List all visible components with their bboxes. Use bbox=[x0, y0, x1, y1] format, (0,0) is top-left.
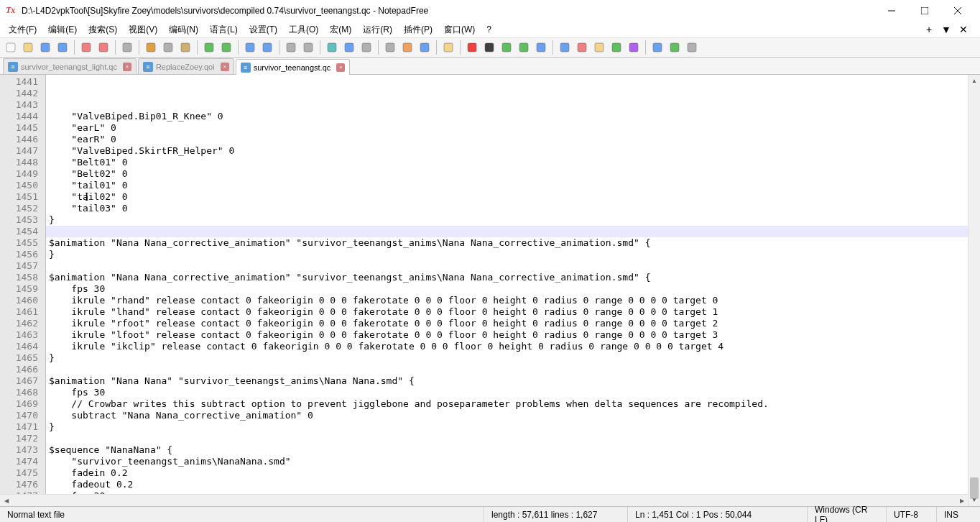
paste-button[interactable] bbox=[177, 40, 193, 55]
code-line[interactable]: "earL" 0 bbox=[46, 122, 968, 134]
maximize-button[interactable] bbox=[908, 0, 941, 22]
code-line[interactable] bbox=[46, 433, 968, 444]
monitor-button[interactable] bbox=[417, 40, 433, 55]
code-line[interactable]: "survivor_teenangst_anims\NanaNana.smd" bbox=[46, 456, 968, 467]
play-fast-button[interactable] bbox=[516, 40, 532, 55]
menu-item[interactable]: 窗口(W) bbox=[438, 23, 481, 36]
replace-button[interactable] bbox=[259, 40, 275, 55]
code-line[interactable]: fps 30 bbox=[46, 283, 968, 295]
code-line[interactable]: } bbox=[46, 249, 968, 260]
code-line[interactable] bbox=[46, 226, 968, 237]
code-line[interactable]: fadeout 0.2 bbox=[46, 479, 968, 490]
save-macro-button[interactable] bbox=[533, 40, 549, 55]
code-line[interactable]: "tail02" 0 bbox=[46, 191, 968, 203]
close-all-button[interactable] bbox=[96, 40, 111, 55]
code-line[interactable] bbox=[46, 260, 968, 272]
code-line[interactable]: "ValveBiped.SkirtFR_Helper" 0 bbox=[46, 145, 968, 157]
close-button[interactable] bbox=[78, 40, 94, 55]
menu-item[interactable]: 语言(L) bbox=[204, 23, 244, 36]
find-button[interactable] bbox=[242, 40, 258, 55]
spell-button[interactable] bbox=[667, 40, 683, 55]
code-line[interactable]: } bbox=[46, 352, 968, 364]
code-line[interactable]: } bbox=[46, 214, 968, 226]
zoom-out-button[interactable] bbox=[300, 40, 316, 55]
stop-button[interactable] bbox=[481, 40, 497, 55]
code-line[interactable]: ikrule "rhand" release contact 0 fakeori… bbox=[46, 295, 968, 306]
code-line[interactable]: $sequence "NanaNana" { bbox=[46, 444, 968, 456]
lang-button[interactable] bbox=[399, 40, 415, 55]
code-line[interactable]: $animation "Nana Nana_corrective_animati… bbox=[46, 237, 968, 249]
tab-close-icon[interactable]: × bbox=[336, 63, 345, 72]
file-tab[interactable]: ≡survivor_teenangst.qc× bbox=[236, 59, 351, 75]
status-encoding[interactable]: UTF-8 bbox=[887, 507, 937, 522]
save-all-button[interactable] bbox=[55, 40, 70, 55]
undo-button[interactable] bbox=[201, 40, 217, 55]
copy-button[interactable] bbox=[160, 40, 176, 55]
menu-item[interactable]: 视图(V) bbox=[123, 23, 163, 36]
code-line[interactable]: "earR" 0 bbox=[46, 134, 968, 145]
sync-button[interactable] bbox=[324, 40, 340, 55]
scroll-right-arrow[interactable]: ▶ bbox=[956, 495, 968, 507]
menu-item[interactable]: 运行(R) bbox=[357, 23, 398, 36]
code-line[interactable]: subtract "Nana Nana_corrective_animation… bbox=[46, 410, 968, 421]
menu-item[interactable]: 文件(F) bbox=[3, 23, 42, 36]
menu-item[interactable]: 搜索(S) bbox=[83, 23, 123, 36]
func2-button[interactable] bbox=[626, 40, 642, 55]
menu-item[interactable]: 宏(M) bbox=[324, 23, 357, 36]
code-line[interactable]: ikrule "lhand" release contact 0 fakeori… bbox=[46, 306, 968, 318]
compare-button[interactable] bbox=[650, 40, 665, 55]
word-wrap-button[interactable] bbox=[341, 40, 357, 55]
menu-item[interactable]: 设置(T) bbox=[244, 23, 283, 36]
tab-dropdown-button[interactable]: ▼ bbox=[940, 23, 953, 36]
code-line[interactable]: fadein 0.2 bbox=[46, 467, 968, 479]
code-line[interactable]: $animation "Nana Nana" "survivor_teenang… bbox=[46, 375, 968, 387]
code-line[interactable]: "ValveBiped.Bip01_R_Knee" 0 bbox=[46, 111, 968, 122]
code-line[interactable] bbox=[46, 364, 968, 375]
scroll-down-arrow[interactable]: ▼ bbox=[969, 494, 980, 506]
indent-guide-button[interactable] bbox=[382, 40, 398, 55]
code-line[interactable]: // Crowbar writes this subtract option t… bbox=[46, 398, 968, 410]
zoom-in-button[interactable] bbox=[283, 40, 299, 55]
status-insert-mode[interactable]: INS bbox=[937, 507, 980, 522]
tab-close-icon[interactable]: × bbox=[221, 63, 229, 71]
open-file-button[interactable] bbox=[20, 40, 36, 55]
show-all-button[interactable] bbox=[359, 40, 374, 55]
code-line[interactable]: ikrule "ikclip" release contact 0 fakeor… bbox=[46, 341, 968, 352]
code-editor[interactable]: I "ValveBiped.Bip01_R_Knee" 0 "earL" 0 "… bbox=[46, 75, 968, 506]
status-eol[interactable]: Windows (CR LF) bbox=[808, 507, 887, 522]
tab-close-icon[interactable]: × bbox=[123, 63, 131, 71]
list2-button[interactable] bbox=[574, 40, 590, 55]
save-button[interactable] bbox=[37, 40, 53, 55]
func1-button[interactable] bbox=[609, 40, 624, 55]
close-button[interactable] bbox=[941, 0, 974, 22]
new-file-button[interactable] bbox=[3, 40, 19, 55]
list3-button[interactable] bbox=[591, 40, 607, 55]
code-line[interactable]: "tail03" 0 bbox=[46, 203, 968, 214]
play-button[interactable] bbox=[499, 40, 514, 55]
code-line[interactable]: } bbox=[46, 421, 968, 433]
vertical-scrollbar[interactable]: ▲ ▼ bbox=[968, 75, 980, 506]
folder-button[interactable] bbox=[440, 40, 456, 55]
code-line[interactable]: "Belt02" 0 bbox=[46, 168, 968, 180]
scroll-up-arrow[interactable]: ▲ bbox=[969, 75, 980, 87]
list1-button[interactable] bbox=[557, 40, 573, 55]
cut-button[interactable] bbox=[143, 40, 159, 55]
code-line[interactable]: ikrule "lfoot" release contact 0 fakeori… bbox=[46, 329, 968, 341]
record-button[interactable] bbox=[464, 40, 480, 55]
add-tab-button[interactable]: + bbox=[923, 23, 935, 36]
menu-item[interactable]: 编辑(E) bbox=[42, 23, 83, 36]
redo-button[interactable] bbox=[218, 40, 234, 55]
menu-item[interactable]: 编码(N) bbox=[163, 23, 204, 36]
doclist-button[interactable] bbox=[684, 40, 700, 55]
scroll-left-arrow[interactable]: ◀ bbox=[0, 495, 12, 507]
close-tab-button[interactable]: ✕ bbox=[957, 23, 970, 36]
code-line[interactable]: ikrule "rfoot" release contact 0 fakeori… bbox=[46, 318, 968, 329]
code-line[interactable]: "Belt01" 0 bbox=[46, 157, 968, 168]
file-tab[interactable]: ≡survivor_teenangst_light.qc× bbox=[3, 58, 137, 74]
minimize-button[interactable] bbox=[875, 0, 908, 22]
file-tab[interactable]: ≡ReplaceZoey.qoi× bbox=[138, 58, 234, 74]
code-line[interactable]: $animation "Nana Nana_corrective_animati… bbox=[46, 272, 968, 283]
menu-item[interactable]: 工具(O) bbox=[283, 23, 324, 36]
code-line[interactable]: "tail01" 0 bbox=[46, 180, 968, 191]
code-line[interactable]: fps 30 bbox=[46, 387, 968, 398]
